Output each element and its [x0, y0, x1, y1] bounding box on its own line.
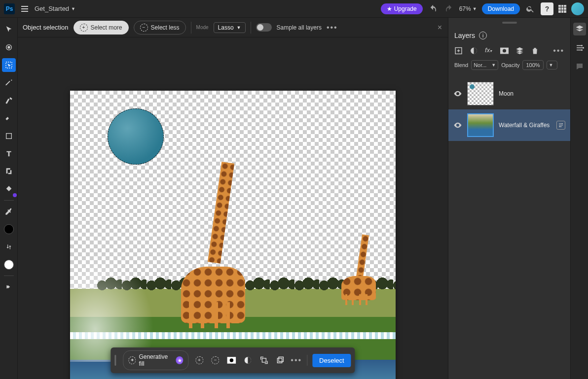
document-canvas[interactable] — [70, 91, 396, 379]
crop-tool[interactable] — [2, 165, 16, 178]
mode-value: Lasso — [218, 24, 234, 31]
foreground-color[interactable] — [2, 222, 16, 236]
plus-circle-icon: + — [80, 24, 88, 32]
opacity-value: 100% — [526, 62, 540, 68]
healing-tool[interactable] — [2, 94, 16, 107]
transform-icon[interactable] — [258, 354, 270, 366]
text-tool[interactable] — [2, 147, 16, 161]
select-less-button[interactable]: − Select less — [134, 21, 186, 34]
more-tools[interactable] — [2, 280, 16, 294]
adjustment-icon[interactable] — [242, 354, 254, 366]
deselect-button[interactable]: Deselect — [312, 354, 351, 367]
panel-menu-icon[interactable]: ••• — [553, 46, 564, 55]
visibility-icon[interactable] — [453, 121, 462, 130]
mode-dropdown[interactable]: Lasso ▼ — [214, 22, 246, 33]
close-options-icon[interactable]: × — [438, 23, 442, 32]
layer-row-waterfall-giraffes[interactable]: Waterfall & Giraffes — [448, 109, 570, 141]
crop-icon[interactable] — [275, 354, 286, 366]
delete-layer-icon[interactable] — [531, 46, 539, 55]
layer-name: Moon — [499, 90, 565, 97]
mask-icon[interactable] — [226, 354, 237, 366]
divider — [4, 276, 14, 276]
svg-rect-9 — [279, 357, 283, 361]
sparkle-circle-icon: ✦ — [128, 356, 136, 364]
panel-handle[interactable] — [448, 18, 570, 28]
upgrade-button[interactable]: ★ Upgrade — [381, 3, 423, 14]
visibility-icon[interactable] — [453, 89, 462, 98]
opacity-input[interactable]: 100% — [522, 60, 543, 70]
chevron-down-icon: ▼ — [491, 63, 496, 68]
star-icon: ★ — [387, 5, 392, 12]
more-icon[interactable]: ••• — [291, 354, 302, 366]
info-icon[interactable]: i — [479, 32, 487, 39]
layers-stack-icon[interactable] — [515, 46, 524, 55]
transform-tool[interactable] — [2, 40, 16, 54]
layers-panel: Layers i fx▾ ••• Blend Nor... ▼ Opacity … — [448, 18, 570, 379]
drag-handle[interactable] — [114, 355, 116, 366]
chevron-down-icon: ▼ — [71, 6, 75, 11]
tool-name-label: Object selection — [23, 24, 69, 31]
contextual-taskbar: ✦ Generative fill ★ + − ••• Deselect — [110, 347, 355, 373]
opacity-dropdown-icon[interactable]: ▼ — [547, 61, 557, 69]
layers-panel-icon[interactable] — [573, 23, 586, 35]
search-button[interactable] — [525, 3, 536, 14]
zoom-dropdown[interactable]: 67% ▼ — [459, 5, 477, 12]
layer-thumbnail[interactable] — [467, 113, 494, 137]
eyedropper-tool[interactable] — [2, 205, 16, 218]
paint-tool[interactable] — [2, 111, 16, 125]
canvas-area[interactable]: ✦ Generative fill ★ + − ••• Deselect — [18, 37, 448, 379]
svg-rect-8 — [277, 358, 282, 363]
add-selection-icon[interactable]: + — [194, 354, 205, 366]
layer-thumbnail[interactable] — [467, 82, 494, 105]
help-button[interactable]: ? — [541, 2, 553, 15]
layer-row-moon[interactable]: Moon — [448, 78, 570, 109]
comments-panel-icon[interactable] — [573, 60, 586, 73]
mode-label: Mode — [196, 25, 209, 30]
download-button[interactable]: Download — [482, 3, 520, 14]
blend-mode-dropdown[interactable]: Nor... ▼ — [471, 60, 498, 70]
select-more-label: Select more — [91, 24, 122, 31]
apps-grid-icon[interactable] — [558, 5, 566, 13]
shape-tool[interactable] — [2, 129, 16, 143]
object-selection-tool[interactable] — [2, 58, 16, 72]
generative-fill-button[interactable]: ✦ Generative fill ★ — [123, 350, 188, 370]
moon-selection[interactable] — [108, 108, 164, 165]
fill-tool[interactable] — [2, 182, 16, 196]
svg-point-1 — [7, 46, 10, 48]
mask-layer-icon[interactable] — [500, 46, 509, 55]
layer-actions-row: fx▾ ••• — [448, 43, 570, 60]
new-layer-icon[interactable] — [454, 46, 463, 55]
subtract-selection-icon[interactable]: − — [210, 354, 221, 366]
svg-point-16 — [581, 45, 583, 46]
undo-button[interactable] — [428, 3, 439, 14]
sample-all-label: Sample all layers — [277, 24, 322, 31]
user-avatar[interactable] — [571, 2, 584, 15]
select-less-label: Select less — [151, 24, 180, 31]
panel-title: Layers — [454, 32, 475, 39]
top-bar: Ps Get_Started ▼ ★ Upgrade 67% ▼ Downloa… — [0, 0, 588, 18]
redo-button[interactable] — [443, 3, 454, 14]
document-title-dropdown[interactable]: Get_Started ▼ — [35, 5, 75, 12]
options-bar: Object selection + Select more − Select … — [18, 18, 448, 37]
adjustment-layer-icon[interactable] — [470, 46, 478, 55]
chevron-down-icon: ▼ — [473, 6, 477, 11]
layer-properties-icon[interactable] — [556, 121, 565, 130]
background-color[interactable] — [2, 258, 16, 272]
select-more-button[interactable]: + Select more — [74, 21, 129, 34]
divider — [251, 22, 251, 34]
properties-panel-icon[interactable] — [573, 41, 586, 54]
svg-rect-3 — [6, 134, 11, 139]
brush-tool[interactable] — [2, 76, 16, 90]
swap-colors[interactable] — [2, 240, 16, 254]
menu-icon[interactable] — [19, 3, 31, 15]
upgrade-label: Upgrade — [394, 5, 417, 12]
svg-point-13 — [503, 49, 506, 52]
ai-badge-icon: ★ — [176, 356, 184, 364]
move-tool[interactable] — [2, 23, 16, 36]
sample-all-layers-toggle[interactable] — [256, 23, 272, 32]
effects-icon[interactable]: fx▾ — [485, 46, 493, 55]
layer-name: Waterfall & Giraffes — [499, 122, 551, 129]
photoshop-logo[interactable]: Ps — [4, 3, 15, 14]
scene-mist — [70, 253, 154, 362]
more-options-icon[interactable]: ••• — [327, 23, 338, 32]
